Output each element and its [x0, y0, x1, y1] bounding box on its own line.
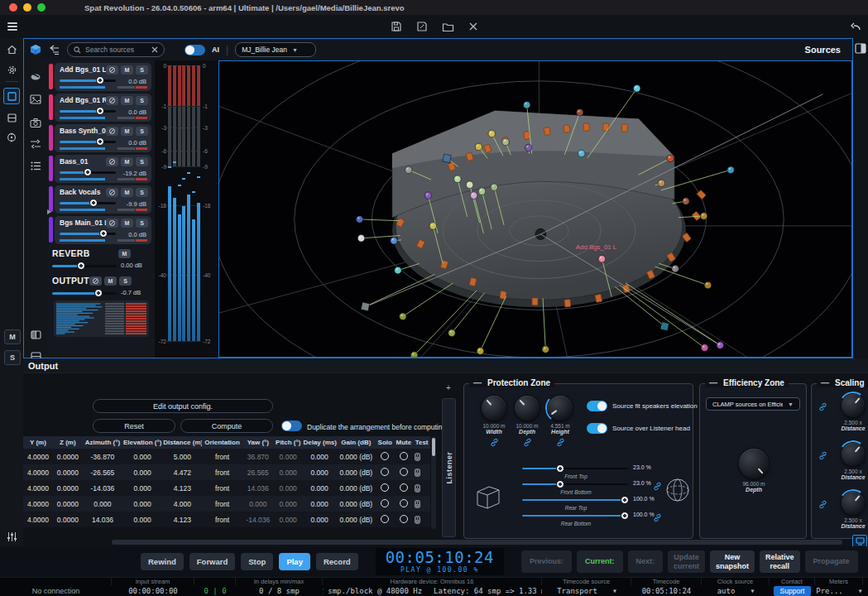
- output-solo-button[interactable]: S: [119, 276, 132, 286]
- solo-cell[interactable]: [376, 496, 395, 512]
- knob[interactable]: [842, 492, 865, 515]
- table-header-cell[interactable]: Yaw (°): [242, 436, 274, 449]
- source-3d-object[interactable]: [448, 329, 455, 337]
- source-3d-object[interactable]: [672, 265, 679, 272]
- source-bypass-button[interactable]: [106, 157, 118, 166]
- collapse-sources-icon[interactable]: [49, 45, 60, 55]
- source-3d-object[interactable]: [466, 181, 472, 189]
- speaker-3d[interactable]: [621, 124, 628, 132]
- group-collapse-arrow-icon[interactable]: [47, 209, 51, 214]
- solo-radio[interactable]: [381, 483, 389, 492]
- source-3d-object[interactable]: [542, 346, 549, 353]
- source-3d-object[interactable]: [523, 101, 530, 108]
- rewind-button[interactable]: Rewind: [141, 553, 184, 570]
- source-mute-button[interactable]: M: [121, 219, 133, 228]
- listener-tab[interactable]: Listener: [442, 398, 456, 537]
- source-3d-object[interactable]: [454, 175, 461, 183]
- source-3d-object[interactable]: [361, 302, 370, 311]
- knob[interactable]: [842, 394, 865, 417]
- speaker-3d[interactable]: [563, 125, 570, 133]
- test-cell[interactable]: [413, 464, 430, 480]
- home-icon[interactable]: [3, 41, 20, 58]
- speaker-3d[interactable]: [583, 123, 589, 131]
- add-listener-button[interactable]: +: [442, 383, 455, 392]
- mute-cell[interactable]: [395, 449, 414, 464]
- compute-button[interactable]: Compute: [180, 419, 273, 433]
- source-mute-button[interactable]: M: [121, 65, 133, 74]
- protection-slider[interactable]: [522, 479, 628, 488]
- table-header-cell[interactable]: Azimuth (°): [83, 436, 122, 449]
- source-3d-object[interactable]: [704, 281, 711, 289]
- source-gain-slider[interactable]: [60, 106, 116, 116]
- snapshot-previous-button[interactable]: Previous:: [521, 550, 572, 572]
- edit-output-config-button[interactable]: Edit output config.: [93, 399, 273, 413]
- snapshot-propagatebutton[interactable]: Propagate: [805, 550, 858, 572]
- save-icon[interactable]: [391, 21, 402, 32]
- efficiency-mode-dropdown[interactable]: CLAMP sources on Efficiency .. ▼: [706, 397, 800, 411]
- source-mute-button[interactable]: M: [121, 96, 133, 105]
- pane-split-vertical-icon[interactable]: [28, 327, 43, 342]
- chevron-down-icon[interactable]: ▼: [751, 588, 754, 594]
- link-icon[interactable]: [556, 438, 565, 447]
- source-3d-object[interactable]: [502, 138, 509, 146]
- test-cell[interactable]: [413, 512, 430, 527]
- source-bypass-button[interactable]: [106, 127, 118, 136]
- source-gain-slider[interactable]: [60, 75, 116, 85]
- source-gain-slider[interactable]: [60, 137, 116, 147]
- mixer-faders-icon[interactable]: [3, 528, 20, 545]
- source-3d-object[interactable]: [727, 166, 734, 174]
- source-3d-object[interactable]: [633, 85, 640, 93]
- protection-slider[interactable]: [522, 464, 628, 473]
- source-3d-object[interactable]: [525, 144, 531, 151]
- protection-slider[interactable]: [522, 495, 628, 504]
- link-icon[interactable]: [818, 500, 827, 509]
- table-header-cell[interactable]: Z (m): [53, 436, 83, 449]
- speaker-table[interactable]: Y (m)Z (m)Azimuth (°)Elevation (°)Distan…: [23, 436, 430, 527]
- speaker-3d[interactable]: [544, 127, 550, 136]
- table-header-cell[interactable]: Solo: [376, 436, 395, 449]
- preset-dropdown[interactable]: MJ_Billie Jean ▼: [235, 42, 316, 57]
- link-icon[interactable]: [490, 438, 499, 447]
- test-cell[interactable]: [413, 496, 430, 512]
- source-3d-object[interactable]: [658, 180, 664, 187]
- source-3d-object[interactable]: [667, 155, 674, 162]
- source-3d-object[interactable]: [660, 322, 669, 331]
- source-row[interactable]: Bass Synth_01MS0.0 dB: [55, 124, 151, 152]
- settings-gear-icon[interactable]: [3, 61, 20, 78]
- source-3d-object[interactable]: [491, 184, 497, 191]
- mute-radio[interactable]: [400, 468, 408, 476]
- protection-toggle[interactable]: [587, 423, 607, 434]
- source-gain-slider[interactable]: [60, 198, 116, 208]
- table-header-cell[interactable]: Delay (ms): [302, 436, 336, 449]
- source-3d-object[interactable]: [410, 352, 417, 357]
- source-3d-object[interactable]: [395, 267, 401, 274]
- viewport-3d[interactable]: Add Bgs_01 L: [218, 60, 852, 358]
- output-horizontal-scrollbar[interactable]: [112, 540, 842, 545]
- solo-cell[interactable]: [376, 449, 395, 464]
- mute-radio[interactable]: [400, 499, 408, 507]
- snapshot-update-currentbutton[interactable]: Updatecurrent: [668, 550, 705, 573]
- table-row[interactable]: 4.00000.00000.0000.0004.000front0.0000.0…: [23, 496, 430, 512]
- source-bypass-button[interactable]: [106, 96, 118, 105]
- source-row[interactable]: Bgs Main_01 LMS0.0 dB: [55, 216, 151, 244]
- table-header-cell[interactable]: Orientation: [202, 436, 242, 449]
- close-traffic-light[interactable]: [9, 3, 17, 12]
- source-3d-object[interactable]: [475, 143, 482, 151]
- save-as-icon[interactable]: [416, 21, 428, 32]
- source-3d-object[interactable]: [598, 255, 605, 262]
- link-icon[interactable]: [523, 438, 532, 447]
- source-row[interactable]: Back VocalsMS-9.9 dB: [55, 185, 151, 214]
- table-header-cell[interactable]: Elevation (°): [122, 436, 162, 449]
- snapshot-new-snapshotbutton[interactable]: Newsnapshot: [710, 550, 755, 573]
- stop-button[interactable]: Stop: [241, 553, 273, 570]
- snapshot-relative-recallbutton[interactable]: Relativerecall: [760, 550, 800, 573]
- source-3d-object[interactable]: [357, 235, 364, 243]
- close-project-icon[interactable]: [468, 22, 478, 31]
- source-3d-object[interactable]: [405, 166, 411, 174]
- solo-cell[interactable]: [376, 464, 395, 480]
- menu-icon[interactable]: [7, 22, 17, 31]
- table-header-cell[interactable]: Gain (dB): [337, 436, 376, 449]
- source-3d-object[interactable]: [429, 223, 436, 230]
- master-solo-button[interactable]: S: [4, 350, 21, 365]
- solo-cell[interactable]: [376, 512, 395, 527]
